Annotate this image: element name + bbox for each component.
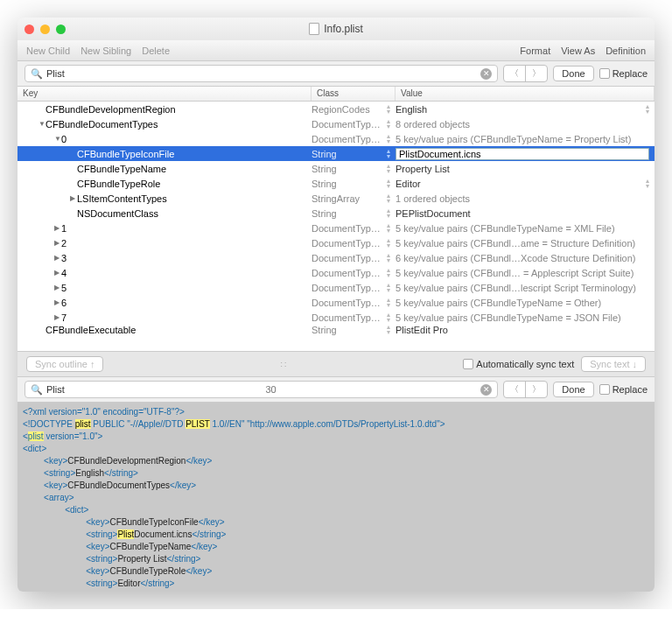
minimize-icon[interactable] xyxy=(40,25,50,34)
table-row[interactable]: ▶1DocumentTyp…▴▾5 key/value pairs (CFBun… xyxy=(18,221,654,235)
stepper-icon[interactable]: ▴▾ xyxy=(387,238,390,249)
clear-icon[interactable]: ✕ xyxy=(480,384,492,396)
view-as-menu[interactable]: View As xyxy=(561,46,595,56)
new-sibling-button[interactable]: New Sibling xyxy=(80,46,131,56)
sync-outline-button[interactable]: Sync outline ↑ xyxy=(26,356,103,372)
table-row[interactable]: ▼0DocumentTyp…▴▾5 key/value pairs (CFBun… xyxy=(18,131,654,146)
disclosure-icon[interactable]: ▶ xyxy=(54,239,61,247)
stepper-icon[interactable]: ▴▾ xyxy=(387,134,390,144)
stepper-icon[interactable]: ▴▾ xyxy=(646,179,649,189)
value-editor[interactable]: PlistDocument.icns xyxy=(396,148,649,160)
next-button[interactable]: 〉 xyxy=(525,382,547,397)
stepper-icon[interactable]: ▴▾ xyxy=(387,164,390,174)
table-row[interactable]: CFBundleTypeRoleString▴▾Editor▴▾ xyxy=(18,176,654,191)
stepper-icon[interactable]: ▴▾ xyxy=(387,298,390,308)
xml-source-view[interactable]: <?xml version="1.0" encoding="UTF-8"?> <… xyxy=(18,403,654,592)
header-value[interactable]: Value xyxy=(396,87,654,101)
disclosure-icon[interactable]: ▶ xyxy=(54,313,61,321)
table-row[interactable]: ▶2DocumentTyp…▴▾5 key/value pairs (CFBun… xyxy=(18,235,654,250)
file-icon xyxy=(309,23,319,35)
done-button[interactable]: Done xyxy=(553,382,593,397)
table-row[interactable]: ▶6DocumentTyp…▴▾5 key/value pairs (CFBun… xyxy=(18,295,654,310)
replace-toggle[interactable]: Replace xyxy=(599,68,648,79)
close-icon[interactable] xyxy=(24,25,34,34)
disclosure-icon[interactable]: ▼ xyxy=(54,135,61,143)
traffic-lights xyxy=(24,25,66,34)
checkbox-icon xyxy=(599,384,610,395)
stepper-icon[interactable]: ▴▾ xyxy=(387,104,390,115)
disclosure-icon[interactable]: ▶ xyxy=(54,298,61,306)
disclosure-icon[interactable]: ▶ xyxy=(54,284,61,291)
table-row[interactable]: ▶5DocumentTyp…▴▾5 key/value pairs (CFBun… xyxy=(18,280,654,295)
table-row[interactable]: ▶LSItemContentTypesStringArray▴▾1 ordere… xyxy=(18,191,654,206)
disclosure-icon[interactable]: ▶ xyxy=(70,194,77,202)
table-row[interactable]: CFBundleTypeNameString▴▾Property List xyxy=(18,161,654,176)
nav-buttons: 〈 〉 xyxy=(503,65,548,82)
table-row[interactable]: CFBundleDevelopmentRegionRegionCodes▴▾En… xyxy=(18,102,654,116)
table-row[interactable]: CFBundleExecutableString▴▾PlistEdit Pro xyxy=(18,325,654,335)
drag-handle-icon[interactable]: ⸬ xyxy=(110,360,456,369)
search-query: Plist xyxy=(46,384,65,395)
definition-menu[interactable]: Definition xyxy=(606,46,646,56)
stepper-icon[interactable]: ▴▾ xyxy=(387,193,390,204)
table-row[interactable]: ▼CFBundleDocumentTypesDocumentTyp…▴▾8 or… xyxy=(18,116,654,131)
table-row[interactable]: ▶4DocumentTyp…▴▾5 key/value pairs (CFBun… xyxy=(18,265,654,280)
stepper-icon[interactable]: ▴▾ xyxy=(387,268,390,278)
table-row[interactable]: CFBundleTypeIconFileString▴▾PlistDocumen… xyxy=(18,146,654,161)
header-class[interactable]: Class xyxy=(312,87,396,101)
prev-button[interactable]: 〈 xyxy=(504,382,525,397)
stepper-icon[interactable]: ▴▾ xyxy=(387,253,390,263)
search-bar-bottom: 🔍 Plist 30 ✕ 〈 〉 Done Replace xyxy=(18,377,654,403)
stepper-icon[interactable]: ▴▾ xyxy=(387,119,390,130)
zoom-icon[interactable] xyxy=(56,25,66,34)
header-key[interactable]: Key xyxy=(18,87,312,101)
stepper-icon[interactable]: ▴▾ xyxy=(387,179,390,189)
disclosure-icon[interactable]: ▼ xyxy=(38,120,46,128)
new-child-button[interactable]: New Child xyxy=(26,46,70,56)
window: Info.plist New Child New Sibling Delete … xyxy=(18,18,654,592)
stepper-icon[interactable]: ▴▾ xyxy=(387,325,390,335)
prev-button[interactable]: 〈 xyxy=(504,66,525,81)
titlebar: Info.plist xyxy=(18,18,654,40)
table-header: Key Class Value xyxy=(18,87,654,102)
search-input-bottom[interactable]: 🔍 Plist 30 ✕ xyxy=(24,381,498,398)
search-input-top[interactable]: 🔍 Plist ✕ xyxy=(24,65,498,82)
delete-button[interactable]: Delete xyxy=(142,46,170,56)
stepper-icon[interactable]: ▴▾ xyxy=(387,208,390,219)
format-menu[interactable]: Format xyxy=(520,46,550,56)
disclosure-icon[interactable]: ▶ xyxy=(54,224,61,232)
stepper-icon[interactable]: ▴▾ xyxy=(387,312,390,323)
outline-table[interactable]: CFBundleDevelopmentRegionRegionCodes▴▾En… xyxy=(18,102,654,351)
table-row[interactable]: NSDocumentClassString▴▾PEPlistDocument xyxy=(18,206,654,221)
result-count: 30 xyxy=(265,384,276,395)
checkbox-icon xyxy=(463,359,473,369)
sync-bar: Sync outline ↑ ⸬ Automatically sync text… xyxy=(18,351,654,377)
search-icon: 🔍 xyxy=(31,384,43,396)
window-title: Info.plist xyxy=(18,23,654,35)
table-row[interactable]: ▶3DocumentTyp…▴▾6 key/value pairs (CFBun… xyxy=(18,250,654,265)
auto-sync-toggle[interactable]: Automatically sync text xyxy=(463,359,574,369)
stepper-icon[interactable]: ▴▾ xyxy=(387,149,390,159)
table-row[interactable]: ▶7DocumentTyp…▴▾5 key/value pairs (CFBun… xyxy=(18,310,654,325)
search-bar-top: 🔍 Plist ✕ 〈 〉 Done Replace xyxy=(18,61,654,87)
title-text: Info.plist xyxy=(324,23,363,35)
replace-toggle[interactable]: Replace xyxy=(599,384,648,395)
stepper-icon[interactable]: ▴▾ xyxy=(387,223,390,234)
toolbar: New Child New Sibling Delete Format View… xyxy=(18,40,654,61)
stepper-icon[interactable]: ▴▾ xyxy=(646,104,649,115)
sync-text-button[interactable]: Sync text ↓ xyxy=(581,356,646,372)
search-icon: 🔍 xyxy=(31,68,43,80)
done-button[interactable]: Done xyxy=(553,66,593,81)
disclosure-icon[interactable]: ▶ xyxy=(54,269,61,277)
stepper-icon[interactable]: ▴▾ xyxy=(387,283,390,293)
checkbox-icon xyxy=(599,68,610,79)
nav-buttons: 〈 〉 xyxy=(503,381,548,398)
disclosure-icon[interactable]: ▶ xyxy=(54,254,61,262)
clear-icon[interactable]: ✕ xyxy=(480,68,492,80)
search-query: Plist xyxy=(46,68,65,79)
next-button[interactable]: 〉 xyxy=(525,66,547,81)
